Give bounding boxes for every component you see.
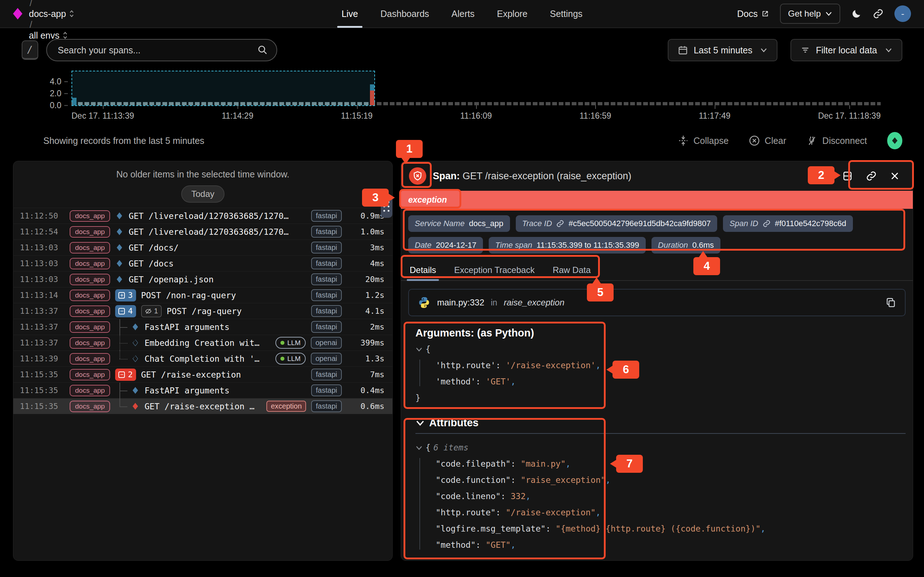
filter-label: Filter local data [816, 45, 877, 56]
histogram-plot-area[interactable]: 4.02.00.0 [71, 69, 881, 106]
nav-tab-dashboards[interactable]: Dashboards [380, 0, 429, 28]
y-axis-tick: 4.0 [50, 77, 71, 87]
empty-notice: No older items in the selected time wind… [13, 161, 393, 180]
collapse-chevron-icon[interactable] [415, 347, 423, 352]
meta-pill-span-id[interactable]: Span ID#f0110e542c798c6d [723, 215, 853, 232]
span-name: POST /non-rag-query [141, 291, 306, 300]
sort-chevrons-icon [63, 31, 68, 39]
code-line: "code.lineno": 332, [436, 488, 913, 504]
table-row[interactable]: 11:12:54docs_appGET /livereload/12703636… [13, 224, 393, 239]
meta-pill-service-name: Service Namedocs_app [408, 215, 510, 232]
children-count-badge[interactable]: −4 [115, 305, 136, 318]
annotation-label-3: 3 [362, 189, 389, 206]
spans-histogram[interactable]: 4.02.00.0 Dec 17. 11:13:3911:14:2911:15:… [43, 69, 881, 122]
span-duration: 1.2s [347, 291, 384, 300]
service-badge: docs_app [69, 369, 110, 380]
span-meta-pills: Service Namedocs_appTrace ID#c5ec5005042… [401, 209, 913, 256]
chevron-down-icon [825, 11, 832, 16]
collapse-chevron-icon[interactable] [415, 445, 423, 450]
slash-shortcut-key: / [22, 40, 38, 60]
nav-right-cluster: Docs Get help - [737, 3, 911, 24]
service-badge: docs_app [69, 401, 110, 412]
scope-badge-fastapi: fastapi [311, 226, 342, 238]
hidden-spans-badge[interactable]: 1 [141, 305, 162, 318]
table-row[interactable]: 11:12:50docs_appGET /livereload/12703636… [13, 208, 393, 224]
baseline-ticks-selected [71, 102, 375, 105]
table-row[interactable]: 11:13:03docs_appGET /docs/fastapi3ms [13, 239, 393, 255]
copy-span-link-button[interactable] [866, 171, 877, 181]
children-count: 3 [128, 291, 132, 300]
logfire-logo-icon[interactable] [13, 8, 23, 19]
tab-exception-traceback[interactable]: Exception Traceback [453, 261, 535, 280]
nav-tab-live[interactable]: Live [341, 0, 358, 28]
children-count-badge[interactable]: +3 [115, 289, 136, 301]
llm-label: LLM [287, 339, 300, 347]
today-button[interactable]: Today [181, 185, 225, 203]
code-line: "code.function": "raise_exception", [436, 472, 913, 488]
attributes-heading[interactable]: Attributes [415, 417, 913, 429]
span-title-text: GET /raise-exception (raise_exception) [463, 171, 632, 181]
collapse-button[interactable]: Collapse [678, 135, 729, 146]
span-title-prefix: Span: [433, 171, 460, 181]
time-selection-region[interactable] [71, 71, 375, 106]
docs-link[interactable]: Docs [737, 9, 769, 19]
tab-raw-data[interactable]: Raw Data [552, 261, 591, 280]
table-row[interactable]: 11:13:37docs_appEmbedding Creation wit…L… [13, 335, 393, 351]
breadcrumb-item-docs-app[interactable]: docs-app [29, 9, 91, 19]
diamond-filled-icon [132, 387, 138, 394]
chevron-down-icon [885, 48, 892, 53]
table-row[interactable]: 11:13:14docs_app+3POST /non-rag-queryfas… [13, 287, 393, 303]
span-list-panel: No older items in the selected time wind… [13, 161, 393, 561]
dock-panel-button[interactable] [842, 171, 853, 181]
clear-button[interactable]: Clear [749, 135, 787, 146]
nav-tab-settings[interactable]: Settings [550, 0, 583, 28]
table-row[interactable]: 11:13:37docs_app−41POST /rag-queryfastap… [13, 303, 393, 319]
span-name: Chat Completion with '… [144, 354, 270, 364]
table-row[interactable]: 11:13:03docs_appGET /docsfastapi4ms [13, 255, 393, 271]
clear-icon [749, 135, 760, 146]
meta-pill-time-span: Time span11:15:35.399 to 11:15:35.399 [489, 237, 646, 253]
table-row[interactable]: 11:15:35docs_appFastAPI argumentsfastapi… [13, 382, 393, 398]
share-link-button[interactable] [873, 8, 884, 19]
table-row[interactable]: 11:13:39docs_appChat Completion with '…L… [13, 351, 393, 366]
table-row[interactable]: 11:13:37docs_appFastAPI argumentsfastapi… [13, 319, 393, 335]
nav-tab-alerts[interactable]: Alerts [452, 0, 475, 28]
tab-details[interactable]: Details [409, 261, 437, 280]
span-duration: 3ms [347, 243, 384, 252]
search-input[interactable] [46, 39, 277, 61]
calendar-icon [678, 45, 688, 55]
nav-tab-explore[interactable]: Explore [497, 0, 528, 28]
disconnect-button[interactable]: Disconnect [806, 135, 867, 146]
chevron-down-icon [760, 48, 767, 53]
time-range-button[interactable]: Last 5 minutes [668, 39, 778, 61]
connection-status-indicator[interactable] [887, 132, 902, 149]
table-row[interactable]: 11:13:03docs_appGET /openapi.jsonfastapi… [13, 271, 393, 287]
span-duration: 1.0ms [347, 227, 384, 236]
main-nav-tabs: LiveDashboardsAlertsExploreSettings [341, 0, 583, 28]
scope-badge-openai: openai [311, 353, 342, 364]
x-axis-label: 11:16:59 [580, 111, 611, 121]
meta-pill-trace-id[interactable]: Trace ID#c5ec5005042796e91d5db42ca9fd980… [516, 215, 717, 232]
source-file: main.py:332 [437, 298, 485, 308]
get-help-button[interactable]: Get help [780, 3, 840, 24]
row-timestamp: 11:13:14 [20, 291, 65, 300]
source-in-word: in [491, 298, 498, 308]
row-timestamp: 11:15:35 [20, 386, 65, 395]
meta-label: Duration [658, 240, 688, 250]
meta-label: Service Name [415, 219, 465, 228]
span-duration: 1.3s [347, 354, 384, 363]
toolbar-right: Last 5 minutes Filter local data [668, 39, 902, 61]
children-count-badge[interactable]: −2 [115, 369, 136, 381]
copy-source-button[interactable] [885, 297, 896, 308]
dark-mode-toggle[interactable] [851, 8, 862, 19]
table-row[interactable]: 11:15:35docs_appGET /raise-exception …ex… [13, 398, 393, 414]
table-row[interactable]: 11:15:35docs_app−2GET /raise-exceptionfa… [13, 366, 393, 382]
close-detail-button[interactable] [890, 171, 900, 181]
children-count: 4 [128, 306, 132, 316]
diamond-red-icon [132, 403, 138, 410]
avatar[interactable]: - [894, 5, 911, 22]
llm-status-dot-icon [281, 341, 284, 345]
x-axis-labels: Dec 17. 11:13:3911:14:2911:15:1911:16:09… [71, 111, 881, 121]
filter-local-data-button[interactable]: Filter local data [790, 39, 902, 61]
diamond-filled-icon [116, 228, 122, 235]
